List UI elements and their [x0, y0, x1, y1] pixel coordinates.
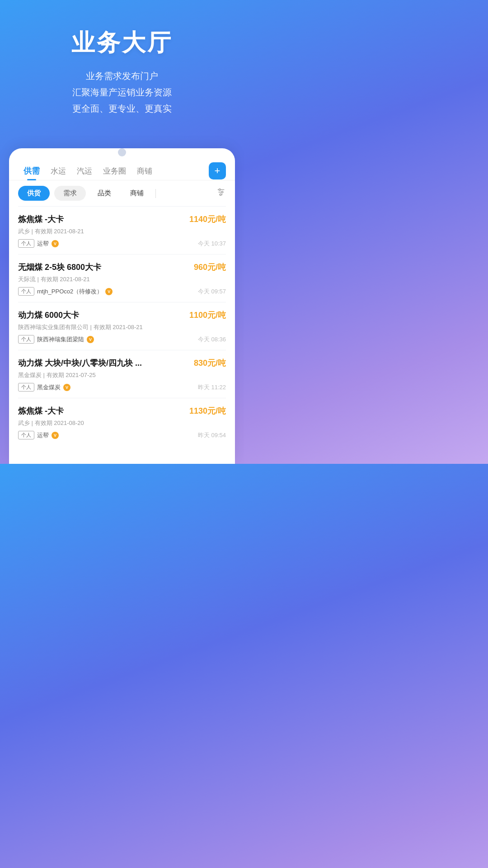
verified-badge-4: V — [52, 432, 59, 439]
header-subtitle: 业务需求发布门户 汇聚海量产运销业务资源 更全面、更专业、更真实 — [18, 68, 226, 117]
tab-business-circle[interactable]: 业务圈 — [98, 162, 131, 180]
item-user-4: 运帮 — [37, 431, 49, 439]
page-title: 业务大厅 — [18, 27, 226, 59]
header-section: 业务大厅 业务需求发布门户 汇聚海量产运销业务资源 更全面、更专业、更真实 — [0, 0, 244, 135]
item-time-4: 昨天 09:54 — [198, 431, 226, 439]
item-time-2: 今天 08:36 — [198, 335, 226, 344]
item-user-0: 运帮 — [37, 240, 49, 248]
item-price-0: 1140元/吨 — [189, 214, 226, 225]
subtitle-line-1: 业务需求发布门户 — [18, 68, 226, 84]
tab-water-transport[interactable]: 水运 — [45, 162, 71, 180]
filter-shop-btn[interactable]: 商铺 — [123, 186, 151, 200]
item-price-2: 1100元/吨 — [189, 310, 226, 321]
item-tag-0: 个人 — [18, 239, 34, 248]
item-title-0: 炼焦煤 -大卡 — [18, 214, 64, 225]
item-time-1: 今天 09:57 — [198, 288, 226, 296]
item-tag-1: 个人 — [18, 287, 34, 296]
svg-point-3 — [219, 189, 221, 191]
item-user-2: 陕西神瑞集团梁陆 — [37, 335, 84, 344]
listing-item-0[interactable]: 炼焦煤 -大卡 1140元/吨 武乡 | 有效期 2021-08-21 个人 运… — [9, 207, 235, 254]
item-price-3: 830元/吨 — [194, 358, 226, 368]
item-title-4: 炼焦煤 -大卡 — [18, 406, 64, 416]
filter-category-btn[interactable]: 品类 — [90, 186, 118, 200]
item-price-1: 960元/吨 — [194, 262, 226, 273]
item-time-3: 昨天 11:22 — [198, 383, 226, 392]
verified-badge-2: V — [87, 336, 94, 343]
item-meta-2: 陕西神瑞实业集团有限公司 | 有效期 2021-08-21 — [18, 323, 226, 331]
item-title-2: 动力煤 6000大卡 — [18, 310, 79, 321]
item-meta-1: 天际流 | 有效期 2021-08-21 — [18, 275, 226, 283]
filter-supply-btn[interactable]: 供货 — [18, 186, 50, 201]
camera-dot — [118, 148, 126, 156]
item-user-3: 黑金煤炭 — [37, 383, 61, 392]
filter-row: 供货 需求 品类 商铺 — [9, 180, 235, 206]
tab-road-transport[interactable]: 汽运 — [71, 162, 98, 180]
svg-point-4 — [221, 191, 223, 193]
item-title-1: 无烟煤 2-5块 6800大卡 — [18, 262, 101, 273]
tab-supply-demand[interactable]: 供需 — [18, 162, 45, 180]
item-tag-3: 个人 — [18, 383, 34, 392]
nav-tabs: 供需 水运 汽运 业务圈 商铺 + — [9, 156, 235, 180]
item-tag-4: 个人 — [18, 431, 34, 439]
subtitle-line-2: 汇聚海量产运销业务资源 — [18, 84, 226, 100]
filter-divider — [155, 189, 156, 198]
verified-badge-0: V — [52, 240, 59, 247]
verified-badge-3: V — [63, 384, 70, 391]
listing-item-3[interactable]: 动力煤 大块/中块/八零块/四九块 ... 830元/吨 黑金煤炭 | 有效期 … — [9, 350, 235, 398]
listing-item-1[interactable]: 无烟煤 2-5块 6800大卡 960元/吨 天际流 | 有效期 2021-08… — [9, 255, 235, 302]
item-time-0: 今天 10:37 — [198, 240, 226, 248]
listing-item-4[interactable]: 炼焦煤 -大卡 1130元/吨 武乡 | 有效期 2021-08-20 个人 运… — [9, 398, 235, 446]
listing-item-2[interactable]: 动力煤 6000大卡 1100元/吨 陕西神瑞实业集团有限公司 | 有效期 20… — [9, 302, 235, 350]
tab-shop[interactable]: 商铺 — [131, 162, 158, 180]
main-card: 供需 水运 汽运 业务圈 商铺 + 供货 需求 品类 商铺 炼焦煤 -大卡 — [9, 148, 235, 464]
item-user-1: mtjh_PPOco2（待修改） — [37, 288, 103, 296]
item-meta-0: 武乡 | 有效期 2021-08-21 — [18, 227, 226, 236]
item-price-4: 1130元/吨 — [189, 406, 226, 416]
item-tag-2: 个人 — [18, 335, 34, 344]
subtitle-line-3: 更全面、更专业、更真实 — [18, 100, 226, 117]
item-meta-4: 武乡 | 有效期 2021-08-20 — [18, 419, 226, 427]
item-title-3: 动力煤 大块/中块/八零块/四九块 ... — [18, 358, 142, 368]
item-meta-3: 黑金煤炭 | 有效期 2021-07-25 — [18, 371, 226, 379]
add-button[interactable]: + — [209, 162, 226, 179]
filter-icon[interactable] — [216, 187, 226, 199]
filter-demand-btn[interactable]: 需求 — [54, 186, 86, 201]
svg-point-5 — [220, 194, 221, 196]
verified-badge-1: V — [105, 288, 113, 295]
